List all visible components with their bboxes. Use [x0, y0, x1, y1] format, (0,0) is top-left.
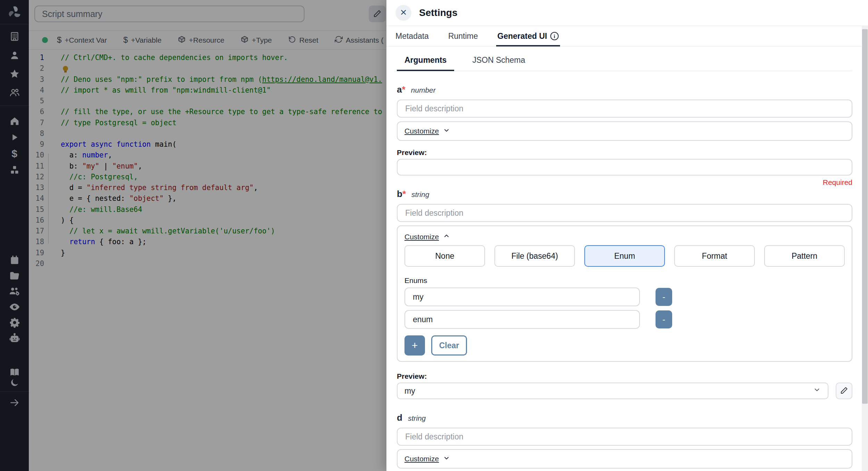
add-enum-button[interactable]: +	[404, 335, 425, 356]
field-b-name: b*	[397, 189, 406, 199]
required-asterisk: *	[402, 84, 405, 95]
enum-rows: --	[404, 288, 845, 329]
field-b-preview-select[interactable]: my	[397, 383, 828, 399]
enum-row: -	[404, 310, 845, 329]
field-a-name: a*	[397, 84, 406, 95]
chevron-down-icon	[443, 127, 450, 136]
subtab-json-schema[interactable]: JSON Schema	[465, 55, 533, 71]
field-b-preview-label: Preview:	[397, 372, 852, 380]
tab-label: Generated UI	[498, 32, 547, 41]
field-d-type: string	[408, 413, 426, 423]
field-d-customize-toggle[interactable]: Customize	[404, 455, 450, 463]
drawer-title: Settings	[419, 7, 457, 18]
settings-tabbar: MetadataRuntimeGenerated UIi	[386, 26, 868, 46]
field-a-preview-input[interactable]	[397, 159, 852, 175]
clear-enums-button[interactable]: Clear	[431, 335, 467, 356]
field-b-description-input[interactable]	[397, 204, 852, 222]
enum-row: -	[404, 288, 845, 306]
tab-label: Metadata	[395, 32, 429, 41]
field-d-name: d	[397, 412, 402, 423]
field-b-preview-row: my	[397, 383, 852, 399]
selected-enum-value: my	[404, 386, 415, 396]
variant-none[interactable]: None	[404, 245, 485, 267]
field-b-label: b* string	[397, 189, 852, 200]
scrollbar-thumb[interactable]	[862, 29, 868, 404]
chevron-up-icon	[443, 232, 450, 241]
pencil-icon	[840, 386, 848, 395]
field-d-label: d string	[397, 412, 852, 423]
field-a-preview-label: Preview:	[397, 148, 852, 157]
chevron-down-icon	[813, 386, 821, 396]
field-b-type: string	[411, 189, 429, 200]
field-a-type: number	[411, 85, 436, 95]
remove-enum-button[interactable]: -	[656, 310, 672, 328]
enum-value-input[interactable]	[404, 310, 640, 329]
edit-preview-button[interactable]	[836, 383, 852, 399]
tab-metadata[interactable]: Metadata	[395, 26, 429, 46]
info-icon: i	[550, 32, 559, 40]
variant-enum[interactable]: Enum	[584, 245, 665, 267]
close-button[interactable]: ×	[395, 5, 411, 21]
tab-generated-ui[interactable]: Generated UIi	[498, 26, 559, 46]
generated-ui-subtabs: ArgumentsJSON Schema	[397, 55, 852, 71]
field-a-customize-box: Customize	[397, 121, 852, 141]
variant-file-base64[interactable]: File (base64)	[494, 245, 575, 267]
variant-pattern[interactable]: Pattern	[764, 245, 845, 267]
panel-scrollbar[interactable]	[862, 26, 868, 471]
tab-runtime[interactable]: Runtime	[448, 26, 478, 46]
field-a-label: a* number	[397, 84, 852, 95]
field-a-required-message: Required	[397, 178, 852, 187]
field-b-customize-box: Customize NoneFile (base64)EnumFormatPat…	[397, 225, 852, 362]
enums-label: Enums	[404, 276, 845, 285]
field-b-customize-toggle[interactable]: Customize	[404, 232, 450, 241]
subtab-arguments[interactable]: Arguments	[397, 55, 454, 71]
enum-actions: + Clear	[404, 335, 845, 356]
chevron-down-icon	[443, 455, 450, 463]
field-d-customize-box: Customize	[397, 449, 852, 469]
variant-format[interactable]: Format	[674, 245, 755, 267]
string-variant-buttons: NoneFile (base64)EnumFormatPattern	[404, 245, 845, 267]
drawer-header: × Settings	[386, 0, 868, 26]
field-d-description-input[interactable]	[397, 428, 852, 446]
settings-drawer: × Settings MetadataRuntimeGenerated UIi …	[386, 0, 868, 471]
settings-content: ArgumentsJSON Schema a* number Customize…	[386, 46, 862, 471]
enum-value-input[interactable]	[404, 288, 640, 306]
field-a-customize-toggle[interactable]: Customize	[404, 127, 450, 136]
tab-label: Runtime	[448, 32, 478, 41]
remove-enum-button[interactable]: -	[656, 288, 672, 306]
required-asterisk: *	[402, 189, 406, 199]
field-a-description-input[interactable]	[397, 100, 852, 118]
windmill-app: $ $+Context Var$+Variable+Resource+TypeR…	[0, 0, 868, 471]
